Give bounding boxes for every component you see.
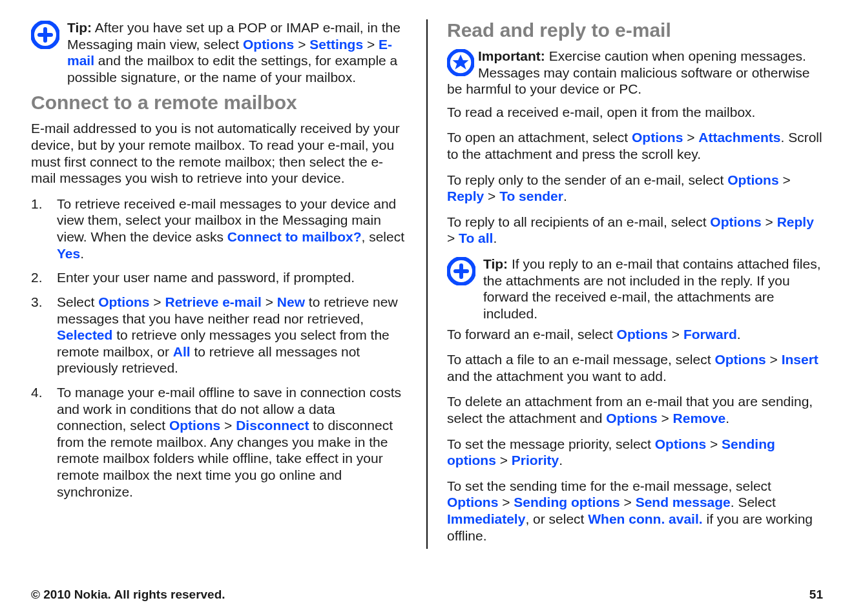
link-when-conn-avail: When conn. avail. xyxy=(588,511,702,526)
tip-plus-icon xyxy=(447,257,475,288)
link-options: Options xyxy=(606,411,657,426)
link-options: Options xyxy=(447,495,498,509)
paragraph-attachments: To open an attachment, select Options > … xyxy=(447,129,823,162)
tip-text: Tip: After you have set up a POP or IMAP… xyxy=(67,19,407,85)
link-priority: Priority xyxy=(512,453,559,467)
tip-label: Tip: xyxy=(483,256,508,271)
link-new: New xyxy=(277,294,305,309)
tip-label: Tip: xyxy=(67,20,92,35)
link-sending-options: Sending options xyxy=(514,495,620,509)
link-retrieve-email: Retrieve e-mail xyxy=(165,294,261,309)
column-right: Read and reply to e-mail Important: Exer… xyxy=(447,19,823,549)
paragraph-send-message: To set the sending time for the e-mail m… xyxy=(447,478,823,544)
important-star-icon xyxy=(447,49,474,80)
step-2: Enter your user name and password, if pr… xyxy=(31,269,407,286)
heading-connect-remote-mailbox: Connect to a remote mailbox xyxy=(31,92,407,114)
paragraph-priority: To set the message priority, select Opti… xyxy=(447,436,823,469)
two-column-layout: Tip: After you have set up a POP or IMAP… xyxy=(31,19,823,549)
step-1: To retrieve received e-mail messages to … xyxy=(31,196,407,262)
link-options: Options xyxy=(714,352,765,367)
link-immediately: Immediately xyxy=(447,511,525,526)
link-connect-to-mailbox: Connect to mailbox? xyxy=(227,229,362,244)
page: Tip: After you have set up a POP or IMAP… xyxy=(0,0,854,616)
svg-rect-2 xyxy=(37,33,53,37)
steps-list: To retrieve received e-mail messages to … xyxy=(31,196,407,500)
important-block: Important: Exercise caution when opening… xyxy=(447,48,823,98)
link-reply: Reply xyxy=(447,189,484,203)
link-options: Options xyxy=(169,418,220,433)
link-forward: Forward xyxy=(683,327,737,342)
page-number: 51 xyxy=(809,588,823,602)
link-remove: Remove xyxy=(673,411,726,426)
tip-plus-icon xyxy=(31,21,59,52)
link-yes: Yes xyxy=(57,246,80,261)
svg-marker-4 xyxy=(453,55,469,70)
link-insert: Insert xyxy=(782,352,818,367)
link-attachments: Attachments xyxy=(698,130,780,145)
tip-block: Tip: If you reply to an e-mail that cont… xyxy=(447,256,823,322)
link-options: Options xyxy=(655,436,706,451)
link-options: Options xyxy=(632,130,683,145)
step-4: To manage your e-mail offline to save in… xyxy=(31,384,407,500)
svg-rect-7 xyxy=(453,269,469,273)
link-selected: Selected xyxy=(57,327,112,342)
important-label: Important: xyxy=(478,48,549,63)
column-divider xyxy=(426,19,428,549)
link-options: Options xyxy=(617,327,668,342)
link-settings: Settings xyxy=(309,37,363,52)
link-options: Options xyxy=(98,294,149,309)
paragraph: E-mail addressed to you is not automatic… xyxy=(31,120,407,186)
link-options: Options xyxy=(727,172,778,187)
copyright-text: © 2010 Nokia. All rights reserved. xyxy=(31,588,225,602)
link-reply: Reply xyxy=(777,214,814,229)
paragraph-reply-all: To reply to all recipients of an e-mail,… xyxy=(447,214,823,247)
link-all: All xyxy=(173,344,191,359)
page-footer: © 2010 Nokia. All rights reserved. 51 xyxy=(31,588,823,602)
link-to-sender: To sender xyxy=(499,189,563,203)
link-options: Options xyxy=(710,214,761,229)
link-to-all: To all xyxy=(459,231,493,245)
paragraph-forward: To forward an e-mail, select Options > F… xyxy=(447,326,823,343)
tip-block: Tip: After you have set up a POP or IMAP… xyxy=(31,19,407,85)
paragraph-remove: To delete an attachment from an e-mail t… xyxy=(447,393,823,426)
link-disconnect: Disconnect xyxy=(236,418,309,433)
paragraph: To read a received e-mail, open it from … xyxy=(447,104,823,121)
link-send-message: Send message xyxy=(636,495,731,509)
tip-text: Tip: If you reply to an e-mail that cont… xyxy=(483,256,823,322)
step-3: Select Options > Retrieve e-mail > New t… xyxy=(31,294,407,376)
paragraph-insert: To attach a file to an e-mail message, s… xyxy=(447,351,823,384)
heading-read-reply-email: Read and reply to e-mail xyxy=(447,19,823,41)
link-options: Options xyxy=(243,37,294,52)
paragraph-reply-sender: To reply only to the sender of an e-mail… xyxy=(447,172,823,205)
column-left: Tip: After you have set up a POP or IMAP… xyxy=(31,19,407,549)
